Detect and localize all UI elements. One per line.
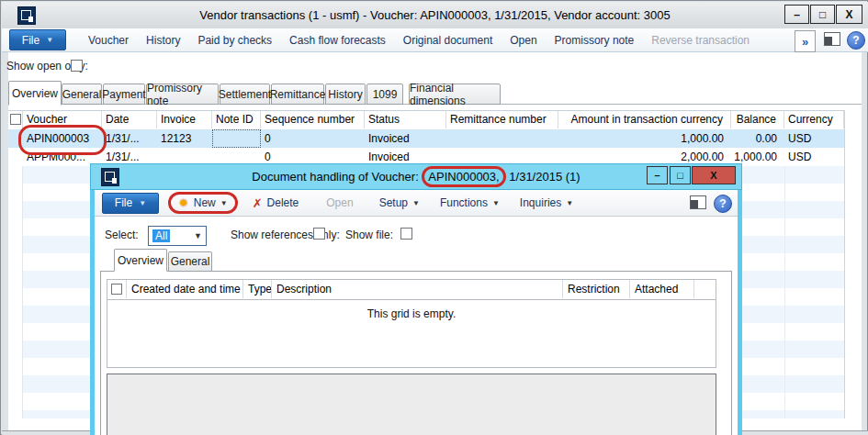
column-gridline (784, 166, 785, 418)
layout-pane-icon[interactable] (690, 195, 706, 209)
show-file-label: Show file: (345, 229, 393, 241)
vendor-transactions-window: Vendor transactions (1 - usmf) - Voucher… (0, 0, 868, 435)
cell-amount[interactable]: 1,000.00 (558, 129, 731, 148)
tab-1099[interactable]: 1099 (366, 84, 403, 105)
layout-pane-icon[interactable] (824, 32, 840, 46)
dialog-file-menu-button[interactable]: File ▼ (102, 193, 159, 214)
help-icon[interactable]: ? (714, 195, 732, 213)
tab-general[interactable]: General (62, 84, 102, 105)
setup-menu-button[interactable]: Setup ▼ (379, 196, 420, 209)
column-header-type[interactable]: Type (243, 280, 272, 298)
column-header-sequence-number[interactable]: Sequence number (261, 111, 365, 128)
tab-payment[interactable]: Payment (103, 84, 145, 105)
column-header-spacer (694, 280, 716, 298)
dialog-title: Document handling of Voucher: APIN000003… (91, 168, 741, 185)
cell-remittance-number[interactable] (446, 129, 558, 148)
column-header-voucher[interactable]: Voucher (23, 111, 102, 128)
row-selector[interactable] (8, 129, 23, 148)
select-all-cell (8, 111, 23, 128)
cell-note-id[interactable] (212, 129, 261, 148)
cell-balance[interactable]: 0.00 (731, 129, 784, 148)
dialog-tab-general[interactable]: General (168, 251, 212, 272)
tab-promissory-note[interactable]: Promissory note (146, 84, 219, 105)
menu-item-open[interactable]: Open (510, 34, 536, 47)
close-button[interactable]: X (836, 5, 862, 24)
show-references-checkbox[interactable] (313, 228, 325, 240)
tab-settlement[interactable]: Settlement (220, 84, 270, 105)
annotation-circle-new: ✹ New ▼ (168, 192, 238, 214)
column-header-remittance-number[interactable]: Remittance number (446, 111, 558, 128)
dialog-title-prefix: Document handling of Voucher: (252, 170, 422, 184)
cell-currency[interactable]: USD (784, 148, 844, 166)
functions-menu-button[interactable]: Functions ▼ (440, 196, 500, 209)
cell-voucher[interactable]: APIN000003 (23, 129, 102, 148)
chevron-down-icon: ▼ (412, 199, 420, 207)
inquiries-menu-button[interactable]: Inquiries ▼ (520, 196, 573, 209)
maximize-button[interactable]: □ (810, 5, 835, 24)
file-menu-button[interactable]: File ▼ (9, 29, 66, 50)
grid-right-border (844, 110, 845, 418)
menu-overflow-button[interactable]: » (795, 30, 816, 52)
column-header-status[interactable]: Status (365, 111, 446, 128)
document-handling-dialog: Document handling of Voucher: APIN000003… (90, 163, 742, 435)
row-selector[interactable] (8, 148, 23, 166)
minimize-button[interactable]: – (784, 5, 809, 24)
dialog-close-button[interactable]: X (692, 166, 736, 184)
cell-date[interactable]: 1/31/... (102, 129, 157, 148)
select-filter-dropdown[interactable]: All ▼ (148, 226, 207, 246)
grid-header: Voucher Date Invoice Note ID Sequence nu… (8, 110, 844, 130)
column-header-currency[interactable]: Currency (784, 111, 844, 128)
menu-item-original-document[interactable]: Original document (403, 34, 492, 47)
open-button: Open (326, 196, 353, 209)
menu-item-paid-by-checks[interactable]: Paid by checks (197, 34, 272, 47)
new-button[interactable]: ✹ New ▼ (178, 196, 228, 209)
cell-invoice[interactable]: 12123 (157, 129, 212, 148)
dialog-title-suffix: 1/31/2015 (1) (506, 170, 581, 184)
chevron-down-icon: ▼ (139, 199, 146, 207)
menu-item-voucher[interactable]: Voucher (88, 34, 129, 47)
column-header-amount[interactable]: Amount in transaction currency (558, 111, 731, 128)
chevron-down-icon: ▼ (220, 199, 228, 207)
table-row-selected[interactable]: APIN000003 1/31/... 12123 0 Invoiced 1,0… (8, 129, 844, 148)
dialog-maximize-button[interactable]: □ (670, 166, 691, 184)
cell-status[interactable]: Invoiced (365, 129, 446, 148)
tab-financial-dimensions[interactable]: Financial dimensions (409, 84, 501, 105)
preview-pane (107, 374, 716, 435)
dialog-tab-overview[interactable]: Overview (114, 249, 167, 272)
show-open-only-checkbox[interactable] (71, 60, 83, 72)
main-window-title: Vendor transactions (1 - usmf) - Voucher… (2, 8, 868, 22)
chevron-down-icon: ▼ (46, 36, 53, 44)
select-filter-value: All (152, 229, 170, 242)
menu-item-cash-flow-forecasts[interactable]: Cash flow forecasts (289, 34, 386, 47)
dialog-minimize-button[interactable]: – (647, 166, 668, 184)
chevron-down-icon: ▼ (566, 199, 573, 207)
menu-items: Voucher History Paid by checks Cash flow… (88, 34, 750, 47)
column-header-invoice[interactable]: Invoice (157, 111, 212, 128)
tab-history[interactable]: History (325, 84, 366, 105)
column-header-restriction[interactable]: Restriction (563, 280, 630, 298)
menu-item-promissory-note[interactable]: Promissory note (555, 34, 635, 47)
empty-grid-message: This grid is empty. (107, 307, 716, 320)
column-header-description[interactable]: Description (272, 280, 563, 298)
select-all-checkbox[interactable] (111, 284, 122, 295)
column-header-attached[interactable]: Attached (630, 280, 694, 298)
delete-button[interactable]: ✗ Delete (253, 196, 299, 210)
menu-item-history[interactable]: History (146, 34, 180, 47)
documents-grid-header: Created date and time Type Description R… (107, 280, 716, 300)
annotation-circle-title-voucher: APIN000003, (422, 166, 505, 187)
cell-sequence-number[interactable]: 0 (261, 129, 365, 148)
row-selector-column (8, 166, 23, 418)
column-header-created-date[interactable]: Created date and time (127, 280, 243, 298)
cell-currency[interactable]: USD (784, 129, 844, 148)
show-file-checkbox[interactable] (400, 228, 412, 240)
column-header-date[interactable]: Date (102, 111, 157, 128)
delete-x-icon: ✗ (253, 196, 263, 210)
select-all-checkbox[interactable] (10, 114, 21, 125)
column-header-note-id[interactable]: Note ID (212, 111, 261, 128)
dialog-body: File ▼ ✹ New ▼ ✗ Delete Open Setup (95, 190, 738, 435)
tab-remittance[interactable]: Remittance (271, 84, 324, 105)
column-header-balance[interactable]: Balance (731, 111, 784, 128)
select-all-cell (107, 280, 127, 298)
help-icon[interactable]: ? (847, 31, 865, 50)
tab-overview[interactable]: Overview (8, 81, 62, 106)
